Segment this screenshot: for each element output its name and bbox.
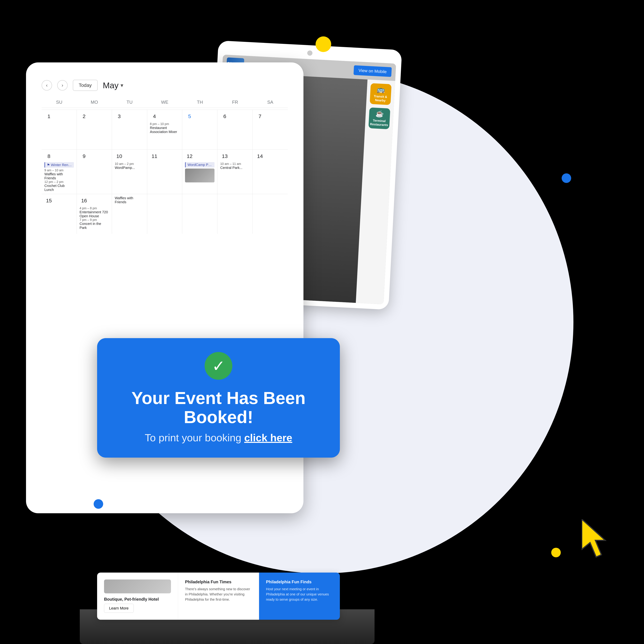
cal-date-12: 12: [185, 152, 194, 161]
event-central-park: Central Park...: [220, 166, 250, 170]
chevron-right-icon: ›: [62, 83, 63, 88]
event-winter-fair: ⚑ Winter Renaissance Fair: [44, 162, 74, 168]
booking-title: Your Event Has Been Booked!: [118, 388, 319, 427]
check-icon: ✓: [212, 357, 225, 375]
event-time-restaurant: 8 pm – 10 pm: [150, 122, 179, 126]
event-time-crochet: 12 pm – 2 pm: [44, 180, 74, 184]
cal-cell-11[interactable]: 11: [147, 150, 182, 194]
cal-date-10: 10: [115, 152, 124, 161]
finds-title: Philadelphia Fun Finds: [266, 579, 333, 584]
booking-card: ✓ Your Event Has Been Booked! To print y…: [97, 338, 340, 458]
cal-cell-16[interactable]: 16 4 pm – 8 pm Entertainment 720 Open Ho…: [77, 194, 112, 234]
event-time-wordcamp: 10 am – 2 pm: [115, 162, 144, 166]
cal-cell-9[interactable]: 9: [77, 150, 112, 194]
calendar-week-3: 15 16 4 pm – 8 pm Entertainment 720 Open…: [42, 194, 288, 234]
view-mobile-button[interactable]: View on Mobile: [353, 65, 392, 77]
month-dropdown-icon: ▾: [121, 82, 123, 89]
sidebar-restaurants-button[interactable]: ☕ Terminal Restaurants: [368, 107, 390, 129]
cal-date-16: 16: [80, 196, 89, 205]
discover-section: Boutique, Pet-friendly Hotel Learn More …: [97, 573, 340, 620]
day-header-tu: TU: [112, 100, 147, 105]
cal-date-7: 7: [255, 112, 264, 121]
cal-cell-week3-3[interactable]: Waffles with Friends: [112, 194, 147, 234]
calendar-week-1: 1 2 3 4 8 pm – 10 pm Restaurant Associat…: [42, 110, 288, 149]
finds-text: Host your next meeting or event in Phila…: [266, 586, 333, 602]
cal-cell-13[interactable]: 13 10 am – 11 am Central Park...: [217, 150, 253, 194]
cal-date-14: 14: [255, 152, 264, 161]
cal-cell-week3-4[interactable]: [147, 194, 182, 234]
booking-check-circle: ✓: [205, 352, 232, 380]
day-header-th: TH: [182, 100, 217, 105]
hotel-image: [104, 579, 171, 593]
booking-subtitle: To print your booking click here: [118, 432, 319, 444]
cal-cell-2[interactable]: 2: [77, 110, 112, 149]
cal-cell-7[interactable]: 7: [253, 110, 288, 149]
cal-date-9: 9: [80, 152, 89, 161]
event-time-entertainment: 4 pm – 8 pm: [80, 207, 109, 210]
cal-cell-week3-5[interactable]: [182, 194, 217, 234]
hotel-title: Boutique, Pet-friendly Hotel: [104, 597, 171, 602]
dot-yellow-top: [316, 36, 331, 52]
cal-cell-10[interactable]: 10 10 am – 2 pm WordPamp...: [112, 150, 147, 194]
day-header-we: WE: [147, 100, 182, 105]
sidebar-transit-button[interactable]: 🚌 Transit & Nearby: [370, 83, 392, 105]
calendar-month-title: May ▾: [103, 81, 123, 90]
event-concert: Concert in the Park: [80, 222, 109, 230]
event-time-central: 10 am – 11 am: [220, 162, 250, 166]
cal-cell-14[interactable]: 14: [253, 150, 288, 194]
transit-icon: 🚌: [377, 86, 385, 94]
learn-more-button[interactable]: Learn More: [104, 604, 134, 613]
cal-cell-5[interactable]: 5: [182, 110, 217, 149]
day-header-su: SU: [42, 100, 77, 105]
event-wordcamp-pawnee: WordCamp Pawnee: [185, 162, 214, 168]
restaurants-icon: ☕: [375, 110, 384, 118]
restaurants-label: Terminal Restaurants: [368, 119, 390, 127]
dot-blue-right: [562, 173, 571, 183]
calendar-day-headers: SU MO TU WE TH FR SA: [42, 100, 288, 108]
cal-date-2: 2: [80, 112, 89, 121]
event-time-waffles: 9 am – 10 am: [44, 169, 74, 172]
event-entertainment: Entertainment 720 Open House: [80, 210, 109, 218]
event-wordcamp-abbrev: WordPamp...: [115, 166, 144, 170]
cal-cell-4[interactable]: 4 8 pm – 10 pm Restaurant Association Mi…: [147, 110, 182, 149]
calendar-grid: SU MO TU WE TH FR SA 1 2: [42, 100, 288, 234]
cal-cell-12[interactable]: 12 WordCamp Pawnee: [182, 150, 217, 194]
cal-cell-week3-7[interactable]: [253, 194, 288, 234]
event-waffles: Waffles with Friends: [44, 172, 74, 180]
cursor-svg: [582, 519, 620, 561]
calendar-prev-button[interactable]: ‹: [42, 80, 52, 91]
dot-yellow-bottom: [551, 548, 561, 557]
booking-subtitle-text: To print your booking: [145, 432, 244, 444]
event-time-concert: 7 pm – 9 pm: [80, 218, 109, 222]
calendar-today-button[interactable]: Today: [73, 80, 98, 91]
cal-date-8: 8: [44, 152, 53, 161]
cal-cell-week3-6[interactable]: [217, 194, 253, 234]
cal-date-4: 4: [150, 112, 159, 121]
event-crochet: Crochet Club Lunch: [44, 184, 74, 192]
cal-date-11: 11: [150, 152, 159, 161]
dot-blue-bottom: [94, 499, 103, 509]
event-waffles2: Waffles with Friends: [115, 196, 144, 204]
cal-date-1: 1: [44, 112, 53, 121]
cal-cell-6[interactable]: 6: [217, 110, 253, 149]
booking-link[interactable]: click here: [244, 432, 292, 444]
cal-cell-8[interactable]: 8 ⚑ Winter Renaissance Fair 9 am – 10 am…: [42, 150, 77, 194]
chevron-left-icon: ‹: [46, 83, 48, 88]
event-restaurant-mixer: Restaurant Association Mixer: [150, 126, 179, 134]
calendar-week-2: 8 ⚑ Winter Renaissance Fair 9 am – 10 am…: [42, 149, 288, 194]
calendar-header: ‹ › Today May ▾: [42, 80, 288, 91]
calendar-next-button[interactable]: ›: [57, 80, 68, 91]
times-text: There's always something new to discover…: [185, 586, 252, 602]
cal-cell-3[interactable]: 3: [112, 110, 147, 149]
discover-card-times: Philadelphia Fun Times There's always so…: [178, 573, 259, 620]
discover-card-hotel: Boutique, Pet-friendly Hotel Learn More: [97, 573, 178, 620]
cal-cell-15[interactable]: 15: [42, 194, 77, 234]
transit-label: Transit & Nearby: [370, 94, 391, 103]
tablet-camera: [307, 50, 313, 56]
cal-cell-1[interactable]: 1: [42, 110, 77, 149]
discover-card-finds: Philadelphia Fun Finds Host your next me…: [259, 573, 340, 620]
cal-date-15: 15: [44, 196, 53, 205]
cal-date-13: 13: [220, 152, 229, 161]
event-image-inner: [185, 169, 214, 182]
cal-event-image: [185, 169, 214, 182]
